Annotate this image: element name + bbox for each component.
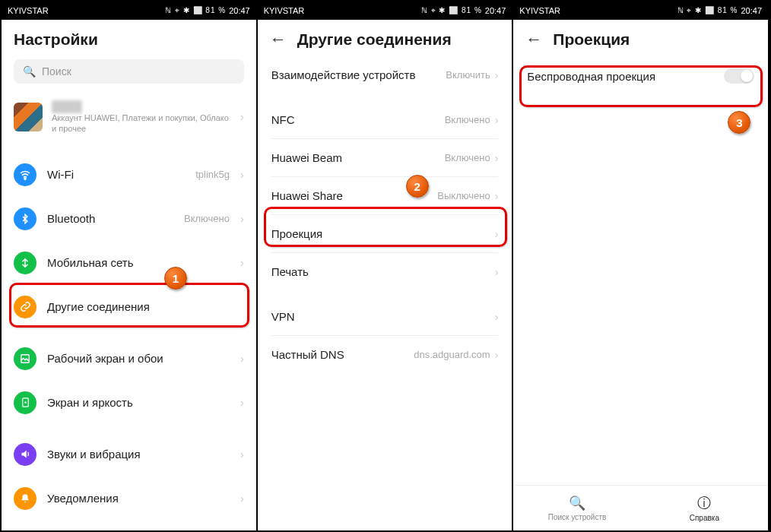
chevron-right-icon: › [240,111,244,123]
link-icon [14,296,36,318]
back-arrow-icon[interactable]: ← [270,31,287,48]
status-icons: ℕ ⌖ ✱ ⬜ 81 % [421,6,482,15]
row-label: Huawei Beam [271,151,445,164]
row-label: Частный DNS [271,348,414,361]
search-icon: 🔍 [569,495,585,511]
row-label: Wi-Fi [47,168,185,181]
row-label: Экран и яркость [47,396,230,409]
row-sound[interactable]: Звуки и вибрация › [2,432,256,477]
sound-icon [14,443,36,466]
nav-help[interactable]: ⓘ Справка [641,486,768,530]
row-nfc[interactable]: NFC Включено › [258,101,512,138]
row-vpn[interactable]: VPN › [258,298,512,335]
row-huawei-beam[interactable]: Huawei Beam Включено › [258,139,512,176]
chevron-right-icon: › [495,311,499,323]
row-multi-device[interactable]: Взаимодействие устройств Включить › [258,56,512,93]
row-mobile[interactable]: Мобильная сеть › [2,241,256,285]
row-huawei-share[interactable]: Huawei Share Выключено › [258,177,512,214]
wallpaper-icon [14,347,36,370]
status-bar: KYIVSTAR ℕ ⌖ ✱ ⬜ 81 % 20:47 [2,2,256,20]
row-value: Включено [445,152,490,163]
chevron-right-icon: › [240,169,244,181]
row-value: Включено [445,114,490,125]
status-time: 20:47 [741,6,762,15]
brightness-icon [14,391,36,414]
row-bluetooth[interactable]: Bluetooth Включено › [2,197,256,241]
row-projection[interactable]: Проекция › [258,215,512,252]
status-icons: ℕ ⌖ ✱ ⬜ 81 % [165,6,226,15]
chevron-right-icon: › [240,213,244,225]
row-label: NFC [271,113,445,126]
chevron-right-icon: › [495,69,499,81]
row-label: Huawei Share [271,189,438,202]
row-print[interactable]: Печать › [258,253,512,290]
row-other-connections[interactable]: Другие соединения [2,285,256,329]
row-wifi[interactable]: Wi-Fi tplink5g › [2,153,256,197]
settings-list: Wi-Fi tplink5g › Bluetooth Включено › Мо… [2,153,256,521]
status-bar: KYIVSTAR ℕ ⌖ ✱ ⬜ 81 % 20:47 [258,2,512,20]
row-value: Включено [184,213,230,224]
row-label: Рабочий экран и обои [47,352,230,365]
row-display[interactable]: Экран и яркость › [2,381,256,425]
page-title: Другие соединения [297,30,452,49]
row-value: Выключено [437,190,490,201]
back-arrow-icon[interactable]: ← [525,31,542,48]
chevron-right-icon: › [240,353,244,365]
row-value: dns.adguard.com [414,349,490,360]
chevron-right-icon: › [240,448,244,461]
carrier-label: KYIVSTAR [8,6,49,15]
row-private-dns[interactable]: Частный DNS dns.adguard.com › [258,336,512,373]
status-right: ℕ ⌖ ✱ ⬜ 81 % 20:47 [677,6,762,15]
status-bar: KYIVSTAR ℕ ⌖ ✱ ⬜ 81 % 20:47 [513,2,768,20]
row-notifications[interactable]: Уведомления › [2,477,256,521]
nav-search-devices[interactable]: 🔍 Поиск устройств [513,486,640,530]
info-icon: ⓘ [697,494,711,512]
chevron-right-icon: › [495,114,499,126]
svg-point-0 [24,178,26,179]
status-icons: ℕ ⌖ ✱ ⬜ 81 % [677,6,738,15]
step-badge-3: 3 [728,111,750,134]
carrier-label: KYIVSTAR [264,6,305,15]
status-right: ℕ ⌖ ✱ ⬜ 81 % 20:47 [421,6,506,15]
chevron-right-icon: › [240,492,244,505]
status-time: 20:47 [229,6,250,15]
account-row[interactable]: ████ Аккаунт HUAWEI, Платежи и покупки, … [2,93,256,145]
row-label: VPN [271,310,495,323]
page-title: Настройки [14,30,98,49]
nav-label: Справка [690,514,719,522]
row-value: tplink5g [195,169,230,180]
row-label: Звуки и вибрация [47,448,230,461]
bell-icon [14,487,36,510]
phone-2: KYIVSTAR ℕ ⌖ ✱ ⬜ 81 % 20:47 ← Другие сое… [258,2,514,530]
row-wallpaper[interactable]: Рабочий экран и обои › [2,337,256,381]
account-text: ████ Аккаунт HUAWEI, Платежи и покупки, … [52,100,231,135]
page-title: Проекция [553,30,630,49]
row-label: Взаимодействие устройств [271,68,446,81]
nav-label: Поиск устройств [548,513,607,521]
chevron-right-icon: › [495,190,499,202]
chevron-right-icon: › [240,397,244,409]
header: Настройки [2,20,256,56]
status-right: ℕ ⌖ ✱ ⬜ 81 % 20:47 [165,6,249,15]
row-wireless-projection[interactable]: Беспроводная проекция [513,56,768,96]
phone-3: KYIVSTAR ℕ ⌖ ✱ ⬜ 81 % 20:47 ← Проекция Б… [513,2,769,530]
wifi-icon [14,163,36,186]
account-sub: Аккаунт HUAWEI, Платежи и покупки, Облак… [52,112,231,135]
phone-1: KYIVSTAR ℕ ⌖ ✱ ⬜ 81 % 20:47 Настройки 🔍 … [2,2,258,530]
row-label: Печать [271,265,495,278]
bluetooth-icon [14,207,36,230]
mobile-network-icon [14,252,36,274]
row-value: Включить [446,69,490,81]
row-label: Проекция [271,227,495,240]
row-label: Беспроводная проекция [527,70,724,83]
search-icon: 🔍 [23,65,36,78]
search-input[interactable]: 🔍 Поиск [14,59,244,84]
wireless-projection-toggle[interactable] [724,68,754,84]
row-label: Другие соединения [47,300,244,313]
account-name: ████ [52,100,231,112]
row-label: Мобильная сеть [47,256,230,269]
bottom-nav: 🔍 Поиск устройств ⓘ Справка [513,485,768,530]
avatar [14,103,43,131]
carrier-label: KYIVSTAR [519,6,560,15]
row-label: Уведомления [47,492,230,505]
